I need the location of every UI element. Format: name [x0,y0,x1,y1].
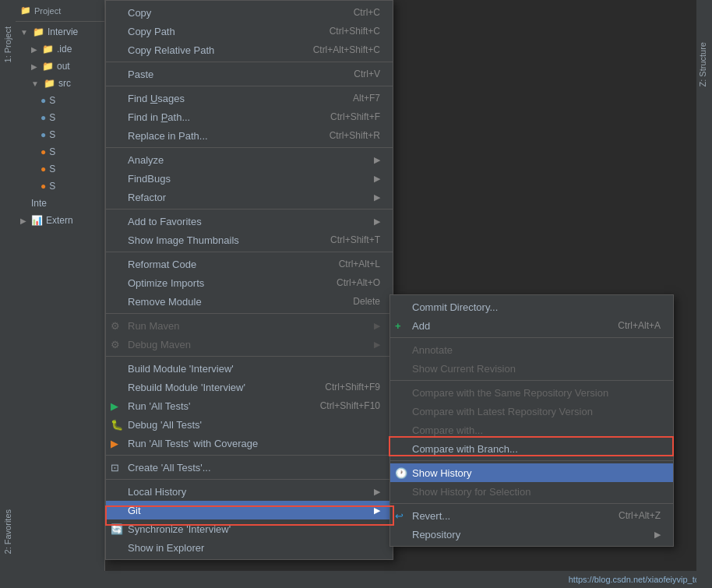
menu-item-build-module[interactable]: Build Module 'Interview' [106,359,393,378]
sidebar-item-inte[interactable]: Inte [16,195,104,212]
status-bar-url: https://blog.csdn.net/xiaofeiyvip_top [569,575,704,584]
menu-item-optimize-imports[interactable]: Optimize Imports Ctrl+Alt+O [106,273,393,292]
separator-1 [106,62,393,62]
sidebar-item-label-s1: S [49,95,55,106]
menu-item-run-all-tests[interactable]: ▶ Run 'All Tests' Ctrl+Shift+F10 [106,396,393,415]
menu-label-debug-maven: Debug Maven [128,339,191,350]
menu-label-copy-relative-path: Copy Relative Path [128,44,214,56]
menu-item-copy-relative-path[interactable]: Copy Relative Path Ctrl+Alt+Shift+C [106,40,393,59]
git-menu-item-compare-with-branch[interactable]: Compare with Branch... [390,439,673,458]
file-icon-g2: ● [41,164,46,174]
menu-item-findbugs[interactable]: FindBugs ▶ [106,169,393,188]
menu-label-find-in-path: Find in Path... [128,111,190,123]
git-menu-item-show-current-revision[interactable]: Show Current Revision [390,359,673,378]
folder-icon-out: 📁 [42,61,54,72]
collapse-arrow: ▶ [31,45,37,54]
menu-item-copy[interactable]: Copy Ctrl+C [106,3,393,22]
git-menu-item-revert[interactable]: ↩ Revert... Ctrl+Alt+Z [390,506,673,525]
folder-icon-interview: 📁 [33,26,44,37]
menu-item-rebuild-module[interactable]: Rebuild Module 'Interview' Ctrl+Shift+F9 [106,378,393,396]
menu-item-create-all-tests[interactable]: ⊡ Create 'All Tests'... [106,458,393,477]
sidebar-item-src[interactable]: ▼ 📁 src [16,75,104,92]
git-menu-item-annotate[interactable]: Annotate [390,340,673,359]
menu-label-show-in-explorer: Show in Explorer [128,542,204,554]
menu-item-find-in-path[interactable]: Find in Path... Ctrl+Shift+F [106,107,393,126]
menu-item-add-to-favorites[interactable]: Add to Favorites ▶ [106,212,393,231]
expand-arrow: ▼ [20,28,28,37]
sidebar-item-s3[interactable]: ● S [16,126,104,143]
menu-item-git[interactable]: Git ▶ [106,501,393,519]
menu-label-find-usages: Find Usages [128,93,185,104]
git-menu-item-compare-with[interactable]: Compare with... [390,421,673,439]
git-menu-item-repository[interactable]: Repository ▶ [390,525,673,544]
folder-icon-extern: 📊 [31,215,43,226]
menu-item-synchronize[interactable]: 🔄 Synchronize 'Interview' [106,519,393,538]
sidebar-item-g2[interactable]: ● S [16,160,104,178]
separator-4 [106,209,393,209]
git-menu-item-show-history[interactable]: 🕐 Show History [390,463,673,482]
menu-item-show-in-explorer[interactable]: Show in Explorer [106,538,393,557]
folder-icon-src: 📁 [44,78,55,89]
sidebar-header: 📁 Project [16,0,104,22]
add-icon-git: + [395,320,401,332]
menu-label-show-image-thumbnails: Show Image Thumbnails [128,234,239,246]
menu-item-show-image-thumbnails[interactable]: Show Image Thumbnails Ctrl+Shift+T [106,231,393,249]
git-menu-item-add[interactable]: + Add Ctrl+Alt+A [390,316,673,335]
git-menu-label-show-history-selection: Show History for Selection [412,486,530,498]
favorites-tab-label: 2: Favorites [2,506,14,557]
sidebar-item-s2[interactable]: ● S [16,109,104,126]
sync-icon: 🔄 [111,523,123,535]
git-menu-item-show-history-selection[interactable]: Show History for Selection [390,482,673,501]
sidebar-title: Project [34,6,61,16]
menu-item-debug-all-tests[interactable]: 🐛 Debug 'All Tests' [106,415,393,434]
menu-item-run-maven[interactable]: ⚙ Run Maven ▶ [106,316,393,335]
context-menu-primary: Copy Ctrl+C Copy Path Ctrl+Shift+C Copy … [105,0,393,560]
menu-label-optimize-imports: Optimize Imports [128,277,204,289]
folder-icon: 📁 [20,5,31,16]
menu-item-copy-path[interactable]: Copy Path Ctrl+Shift+C [106,22,393,40]
sidebar-item-ide[interactable]: ▶ 📁 .ide [16,40,104,58]
sidebar-tree: ▼ 📁 Intervie ▶ 📁 .ide ▶ 📁 out ▼ 📁 src ● … [16,22,104,231]
git-menu-label-repository: Repository [412,529,460,540]
menu-item-remove-module[interactable]: Remove Module Delete [106,292,393,311]
menu-shortcut-copy-path: Ctrl+Shift+C [330,26,380,37]
menu-item-reformat-code[interactable]: Reformat Code Ctrl+Alt+L [106,255,393,273]
git-menu-label-add: Add [412,320,430,332]
menu-shortcut-copy-relative-path: Ctrl+Alt+Shift+C [313,44,380,55]
git-menu-item-commit-directory[interactable]: Commit Directory... [390,298,673,316]
menu-item-debug-maven[interactable]: ⚙ Debug Maven ▶ [106,335,393,354]
menu-item-refactor[interactable]: Refactor ▶ [106,188,393,206]
git-menu-item-compare-latest-repo[interactable]: Compare with Latest Repository Version [390,402,673,421]
sidebar-item-label-s3: S [49,129,55,140]
sidebar-item-interview[interactable]: ▼ 📁 Intervie [16,23,104,40]
sidebar-item-label-out: out [57,61,70,72]
menu-item-run-coverage[interactable]: ▶ Run 'All Tests' with Coverage [106,434,393,452]
menu-item-find-usages[interactable]: Find Usages Alt+F7 [106,89,393,107]
menu-label-run-all-tests: Run 'All Tests' [128,400,191,412]
separator-6 [106,313,393,314]
sidebar-item-out[interactable]: ▶ 📁 out [16,58,104,75]
submenu-arrow-findbugs: ▶ [374,174,380,184]
sidebar-item-label-ide: .ide [57,44,72,55]
menu-label-add-to-favorites: Add to Favorites [128,216,202,227]
sidebar-item-g1[interactable]: ● S [16,143,104,160]
menu-label-paste: Paste [128,69,153,80]
sidebar-item-s1[interactable]: ● S [16,92,104,109]
coverage-icon: ▶ [111,438,118,449]
menu-label-rebuild-module: Rebuild Module 'Interview' [128,382,245,393]
structure-tab[interactable]: Z: Structure [696,0,712,588]
project-tab[interactable]: 1: Project 2: Favorites [0,0,16,588]
submenu-arrow-repository: ▶ [654,530,661,540]
menu-item-analyze[interactable]: Analyze ▶ [106,150,393,169]
sidebar-item-g3[interactable]: ● S [16,178,104,195]
menu-item-replace-in-path[interactable]: Replace in Path... Ctrl+Shift+R [106,126,393,145]
submenu-arrow-favorites: ▶ [374,217,380,227]
expand-arrow-src: ▼ [31,79,39,88]
menu-item-paste[interactable]: Paste Ctrl+V [106,65,393,83]
menu-item-local-history[interactable]: Local History ▶ [106,482,393,501]
git-menu-item-compare-same-repo[interactable]: Compare with the Same Repository Version [390,383,673,402]
git-menu-label-annotate: Annotate [412,344,453,356]
menu-label-copy-path: Copy Path [128,26,175,37]
sidebar-item-extern[interactable]: ▶ 📊 Extern [16,212,104,229]
create-icon: ⊡ [111,462,119,474]
